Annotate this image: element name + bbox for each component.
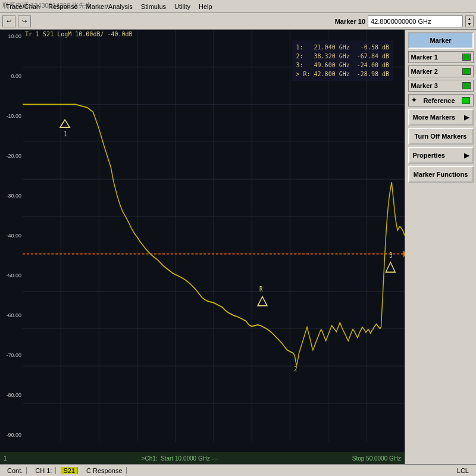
y-label-2: -10.00 [6,113,21,119]
marker-functions-button[interactable]: Marker Functions [408,166,474,183]
reference-symbol: ✦ [411,96,416,104]
menu-help[interactable]: Help [195,2,216,11]
marker3-label: Marker 3 [411,82,438,89]
bottom-marker-num: 1 [4,455,7,462]
chart-plot-area: Tr 1 S21 LogM 10.00dB/ -40.0dB 1: 21.040… [23,30,405,441]
status-s21: S21 [61,467,78,474]
status-cont: Cont. [4,467,27,474]
marker-button[interactable]: Marker [408,32,474,49]
menu-utility[interactable]: Utility [171,2,194,11]
turn-off-markers-button[interactable]: Turn Off Markers [408,128,474,145]
main-container: 10.00 0.00 -10.00 -20.00 -30.00 -40.00 -… [0,30,476,464]
marker-info-r: > R: 42.800 GHz -28.98 dB [296,70,389,79]
marker-info-box: 1: 21.040 GHz -0.58 dB 2: 38.320 GHz -67… [292,40,393,81]
marker2-row[interactable]: Marker 2 [408,65,474,77]
redo-button[interactable]: ↪ [18,15,31,27]
status-lcl: LCL [453,467,472,474]
svg-marker-21 [403,251,405,257]
marker2-color-box [462,68,471,75]
chart-wrapper: 10.00 0.00 -10.00 -20.00 -30.00 -40.00 -… [0,30,405,464]
menu-stimulus[interactable]: Stimulus [137,2,170,11]
svg-marker-25 [258,297,267,306]
status-c-response: C Response [83,467,127,474]
y-label-10: -90.00 [6,432,21,438]
bottom-bar: 1 >Ch1: Start 10.0000 GHz — Stop 50.0000… [0,452,405,464]
spinner-up-btn[interactable]: ▲ [466,16,473,21]
y-label-6: -50.00 [6,273,21,278]
toolbar: ↩ ↪ Marker 10 42.8000000000 GHz ▲ ▼ [0,13,476,30]
reference-row[interactable]: ✦ Reference [408,94,474,107]
more-markers-button[interactable]: More Markers ▶ [408,109,474,126]
y-label-0: 10.00 [8,33,21,39]
properties-button[interactable]: Properties ▶ [408,147,474,164]
y-label-5: -40.00 [6,233,21,239]
undo-button[interactable]: ↩ [2,15,15,27]
trace-info: Tr 1 S21 LogM 10.00dB/ -40.0dB [25,31,133,37]
marker1-row[interactable]: Marker 1 [408,51,474,63]
reference-color-box [462,97,470,104]
watermark: 联系电话:13430514360 张先生 [0,0,94,11]
marker1-label: Marker 1 [411,54,438,61]
marker-label: Marker 10 [335,18,365,25]
properties-label: Properties [413,152,445,159]
right-panel: Marker Marker 1 Marker 2 Marker 3 ✦ Refe… [405,30,476,464]
marker-spinner[interactable]: ▲ ▼ [465,15,474,27]
properties-arrow: ▶ [464,152,469,159]
y-label-8: -70.00 [6,352,21,358]
y-label-1: 0.00 [11,73,21,79]
svg-marker-28 [386,262,395,273]
reference-label: Reference [423,97,455,104]
marker2-label: Marker 2 [411,68,438,75]
spinner-down-btn[interactable]: ▼ [466,21,473,27]
svg-text:R: R [259,284,263,292]
more-markers-arrow: ▶ [464,114,469,121]
svg-marker-22 [60,120,70,127]
marker-info-1: 1: 21.040 GHz -0.58 dB [296,43,389,52]
marker3-row[interactable]: Marker 3 [408,80,474,92]
y-label-3: -20.00 [6,153,21,159]
status-ch1: CH 1: [32,467,56,474]
y-label-7: -60.00 [6,312,21,318]
marker-value-display[interactable]: 42.8000000000 GHz [368,15,463,27]
svg-text:2: 2 [294,365,297,372]
marker-info-3: 3: 49.600 GHz -24.00 dB [296,61,389,70]
more-markers-label: More Markers [413,114,456,121]
status-bar: Cont. CH 1: S21 C Response LCL [0,464,476,476]
x-axis [0,441,405,452]
marker1-color-box [462,54,471,61]
svg-text:1: 1 [64,130,67,137]
chart-inner: 10.00 0.00 -10.00 -20.00 -30.00 -40.00 -… [0,30,405,441]
bottom-stop: Stop 50.0000 GHz [352,455,401,462]
svg-text:3: 3 [389,251,392,259]
marker3-color-box [462,82,471,89]
marker-input-area: Marker 10 42.8000000000 GHz ▲ ▼ [335,15,474,27]
y-label-4: -30.00 [6,193,21,199]
y-axis: 10.00 0.00 -10.00 -20.00 -30.00 -40.00 -… [0,30,23,441]
bottom-ch1: >Ch1: Start 10.0000 GHz — [142,455,218,462]
chart-svg: 1 R 2 3 [23,30,405,441]
y-label-9: -80.00 [6,392,21,398]
marker-info-2: 2: 38.320 GHz -67.84 dB [296,52,389,61]
